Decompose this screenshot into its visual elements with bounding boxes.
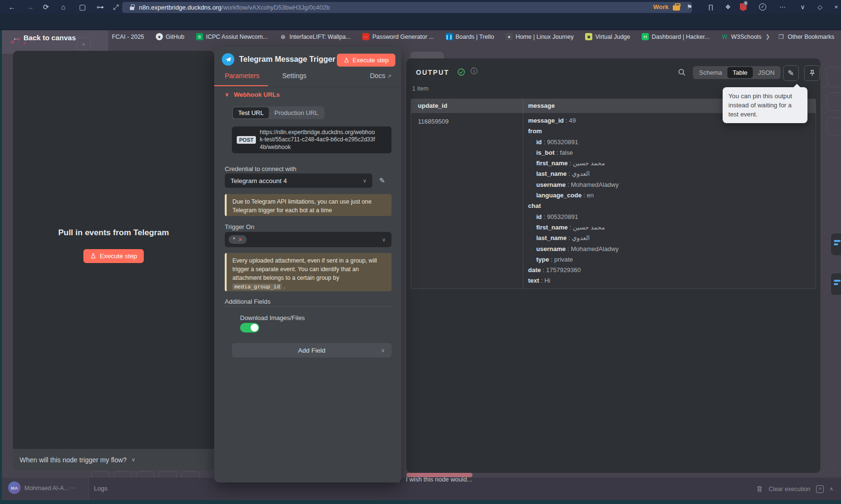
back-icon[interactable]: ← [7, 0, 17, 14]
attachment-notice: Every uploaded attachment, even if sent … [225, 253, 392, 291]
chevron-down-icon: ∨ [363, 178, 367, 184]
message-field-row: chat : [523, 201, 816, 211]
back-to-canvas-button[interactable]: ← Back to canvas [12, 34, 76, 42]
http-method-badge: POST [237, 136, 256, 144]
bookmark-interfacelift-wallpa-[interactable]: ⊕ InterfaceLIFT: Wallpa... [279, 33, 351, 40]
credential-select[interactable]: Telegram account 4 ∨ [225, 173, 372, 188]
clear-execution-button[interactable]: Clear execution [769, 486, 810, 493]
trash-icon [756, 485, 763, 493]
bookmark-github[interactable]: ● GitHub [156, 33, 184, 40]
view-tab-json[interactable]: JSON [753, 67, 780, 78]
node-feedback-link[interactable]: I wish this node would... [396, 475, 472, 483]
credential-label: Credential to connect with [225, 165, 297, 172]
other-bookmarks-button[interactable]: ❐ Other Bookmarks [778, 33, 834, 40]
message-field-row: is_bot : false [523, 148, 816, 158]
fullscreen-icon[interactable]: ⤢ [111, 0, 121, 14]
tabs-divider [214, 87, 401, 87]
bookmarks-overflow-chevron[interactable]: ❯ [766, 34, 770, 40]
execute-step-button[interactable]: Execute step [83, 249, 144, 263]
logs-panel-label[interactable]: Logs [94, 485, 107, 492]
bookmark-dashboard-hacker-[interactable]: H Dashboard | Hacker... [642, 33, 710, 40]
message-field-row: last_name : العدوي [523, 233, 816, 243]
trigger-question-label: When will this node trigger my flow? [20, 456, 127, 464]
webhook-url-tabs: Test URLProduction URL [232, 106, 324, 119]
bookmark-password-generator-[interactable]: ⋯ Password Generator ... [362, 33, 434, 40]
bookmark-flag-icon[interactable]: ⚑ [684, 0, 695, 14]
open-logs-icon[interactable]: ↗ [816, 485, 824, 493]
user-name[interactable]: Mohmaed Al-A... [24, 485, 69, 492]
diamond-icon[interactable]: ◇ [815, 0, 825, 14]
items-count: 1 item [412, 85, 428, 92]
new-tab-button[interactable]: + [77, 37, 91, 50]
sidebar-ghost-button [827, 92, 841, 111]
library-icon[interactable]: ∏ [705, 0, 716, 14]
tag-value: * [233, 236, 235, 243]
reload-icon[interactable]: ⟳ [41, 0, 51, 14]
folder-icon: ❐ [778, 33, 785, 40]
layers-icon [834, 240, 841, 242]
user-menu-icon[interactable]: ··· [69, 484, 75, 491]
home-icon[interactable]: ⌂ [58, 0, 69, 14]
trigger-question-bar[interactable]: When will this node trigger my flow? ∨ [13, 449, 214, 470]
message-field-row: id : 905320891 [523, 212, 816, 222]
trigger-on-multiselect[interactable]: * ✕ ∨ [225, 232, 392, 247]
bookmark-boards-trello[interactable]: ❙❙ Boards | Trello [446, 33, 494, 40]
bookmark-virtual-judge[interactable]: ☻ Virtual Judge [585, 33, 630, 40]
collapse-logs-icon[interactable]: ∧ [829, 486, 833, 492]
node-selector-button[interactable] [830, 233, 841, 256]
webhook-urls-section-header[interactable]: ∨ Webhook URLs [225, 91, 280, 98]
close-icon[interactable]: × [831, 0, 841, 14]
bookmark-icpc-assiut-newcom-[interactable]: ≣ ICPC Assiut Newcom... [196, 33, 268, 40]
remove-tag-icon[interactable]: ✕ [238, 237, 242, 243]
message-field-row: last_name : العدوي [523, 169, 816, 179]
download-images-toggle[interactable] [240, 323, 259, 332]
column-header-update-id[interactable]: update_id [411, 99, 523, 113]
trigger-on-tag[interactable]: * ✕ [229, 235, 247, 244]
telegram-icon [222, 53, 234, 66]
node-selector-button[interactable] [830, 273, 841, 296]
sidebar-ghost-button [827, 117, 841, 136]
search-icon[interactable] [678, 68, 686, 77]
output-view-tabs: SchemaTableJSON [693, 66, 781, 79]
execute-step-button[interactable]: Execute step [337, 54, 395, 67]
extensions-puzzle-icon[interactable]: ❖ [723, 0, 733, 14]
view-tab-table[interactable]: Table [727, 67, 753, 78]
linuxjourney-favicon: ● [506, 33, 513, 40]
webhook-url-line: k-test/55acc711-c248-4ac9-b6cd-e295c2d33… [260, 136, 375, 144]
table-row[interactable]: 116859509 message_id : 49from : id : 905… [411, 113, 816, 289]
flask-icon [344, 57, 349, 63]
back-arrow-icon: ← [12, 34, 20, 42]
key-icon[interactable]: ⊶ [95, 0, 105, 14]
active-tab-underline [214, 85, 268, 86]
add-field-button[interactable]: Add Field ∨ [232, 343, 392, 357]
adblock-check-icon[interactable]: ✓ [759, 3, 766, 11]
bookmark-w3schools[interactable]: W W3Schools [721, 33, 761, 40]
back-to-canvas-label: Back to canvas [23, 34, 76, 42]
forward-icon[interactable]: → [25, 0, 35, 14]
address-bar[interactable]: n8n.expertbridge.duckdns.org/workflow/vA… [122, 2, 692, 13]
tab-overview-icon[interactable]: ▢ [77, 0, 88, 14]
trigger-on-label: Trigger On [225, 223, 254, 230]
chevron-down-icon[interactable]: ∨ [797, 0, 808, 14]
docs-link[interactable]: Docs ↗ [370, 72, 392, 80]
update-id-cell: 116859509 [411, 113, 523, 289]
bookmark-home-linux-journey[interactable]: ● Home | Linux Journey [506, 33, 574, 40]
tab-settings[interactable]: Settings [282, 72, 307, 80]
bookmarks-list: ‖ Codeforces ▭ Classes ▲ FCAI - 2025 ● G… [7, 29, 761, 45]
edit-credential-icon[interactable]: ✎ [379, 176, 385, 185]
message-field-row: id : 905320891 [523, 137, 816, 148]
pin-output-button[interactable] [804, 65, 820, 81]
input-panel: Pull in events from Telegram Execute ste… [13, 51, 214, 470]
edit-output-button[interactable]: ✎ [783, 65, 799, 81]
profile-label[interactable]: Work [653, 0, 668, 14]
message-field-row: date : 1757929360 [523, 265, 816, 275]
avatar[interactable]: MA [8, 481, 21, 494]
tab-parameters[interactable]: Parameters [225, 72, 259, 80]
pin-tooltip: You can pin this output instead of waiti… [723, 87, 807, 123]
github-favicon: ● [156, 33, 163, 40]
url-tab-production-url[interactable]: Production URL [269, 107, 323, 118]
url-tab-test-url[interactable]: Test URL [233, 107, 269, 118]
overflow-menu-icon[interactable]: ⋯ [777, 0, 788, 14]
webhook-url-box[interactable]: POST https://n8n.expertbridge.duckdns.or… [232, 126, 392, 153]
view-tab-schema[interactable]: Schema [694, 67, 727, 78]
